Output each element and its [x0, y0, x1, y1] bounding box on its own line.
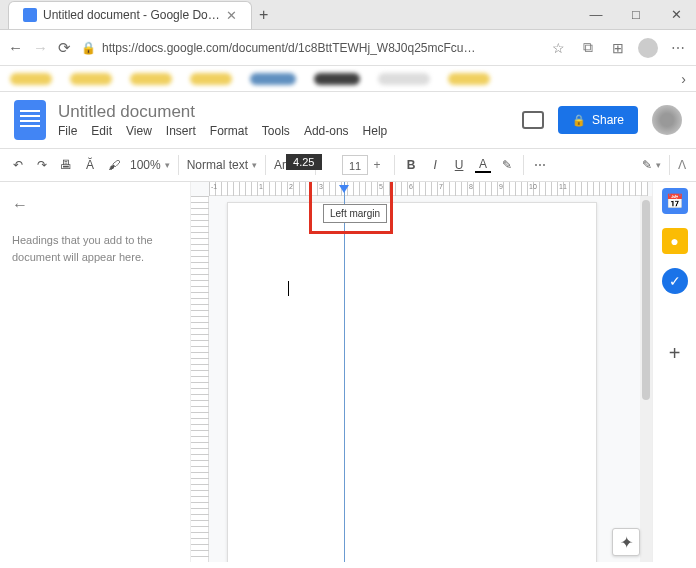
menu-view[interactable]: View [126, 124, 152, 138]
collections-icon[interactable]: ⊞ [608, 40, 628, 56]
spellcheck-button[interactable]: Ă [82, 158, 98, 172]
vertical-scrollbar[interactable] [640, 196, 652, 562]
outline-panel: ← Headings that you add to the document … [0, 182, 190, 562]
margin-guide-line [344, 182, 345, 562]
docs-logo-icon[interactable] [14, 100, 46, 140]
lock-icon: 🔒 [81, 41, 96, 55]
side-panel: 📅 ● ✓ + [652, 182, 696, 562]
bookmarks-bar: › [0, 66, 696, 92]
window-controls: — □ ✕ [576, 7, 696, 22]
increase-font-button[interactable]: + [368, 158, 386, 172]
docs-favicon [23, 8, 37, 22]
outline-placeholder: Headings that you add to the document wi… [12, 232, 178, 265]
print-button[interactable]: 🖶 [58, 158, 74, 172]
explore-button[interactable]: ✦ [612, 528, 640, 556]
docs-header: Untitled document File Edit View Insert … [0, 92, 696, 148]
italic-button[interactable]: I [427, 158, 443, 172]
url-text: https://docs.google.com/document/d/1c8Bt… [102, 41, 476, 55]
bookmark-item[interactable] [378, 73, 430, 85]
bookmark-item[interactable] [190, 73, 232, 85]
calendar-icon[interactable]: 📅 [662, 188, 688, 214]
back-button[interactable]: ← [8, 39, 23, 56]
minimize-button[interactable]: — [576, 7, 616, 22]
maximize-button[interactable]: □ [616, 7, 656, 22]
menu-insert[interactable]: Insert [166, 124, 196, 138]
left-margin-marker[interactable] [339, 185, 349, 193]
bookmark-item[interactable] [250, 73, 296, 85]
editing-mode-dropdown[interactable] [642, 158, 661, 172]
document-canvas[interactable]: -1 1 2 3 5 6 7 8 9 10 11 Left margin [190, 182, 652, 562]
text-cursor [288, 281, 289, 296]
refresh-button[interactable]: ⟳ [58, 39, 71, 57]
menu-edit[interactable]: Edit [91, 124, 112, 138]
paragraph-style-dropdown[interactable]: Normal text [187, 158, 257, 172]
formatting-toolbar: ↶ ↷ 🖶 Ă 🖌 100% Normal text Arial 4.25 − … [0, 148, 696, 182]
bookmark-item[interactable] [70, 73, 112, 85]
reading-list-icon[interactable]: ⧉ [578, 39, 598, 56]
keep-icon[interactable]: ● [662, 228, 688, 254]
bookmark-item[interactable] [10, 73, 52, 85]
tab-title: Untitled document - Google Do… [43, 8, 220, 22]
browser-menu-icon[interactable]: ⋯ [668, 40, 688, 56]
font-size-input[interactable]: 11 [342, 155, 368, 175]
new-tab-button[interactable]: + [252, 6, 276, 24]
undo-button[interactable]: ↶ [10, 158, 26, 172]
menu-help[interactable]: Help [363, 124, 388, 138]
underline-button[interactable]: U [451, 158, 467, 172]
url-field[interactable]: 🔒 https://docs.google.com/document/d/1c8… [81, 41, 538, 55]
workspace: ← Headings that you add to the document … [0, 182, 696, 562]
bookmark-item[interactable] [130, 73, 172, 85]
forward-button[interactable]: → [33, 39, 48, 56]
bold-button[interactable]: B [403, 158, 419, 172]
window-titlebar: Untitled document - Google Do… ✕ + — □ ✕ [0, 0, 696, 30]
document-page[interactable] [227, 202, 597, 562]
close-window-button[interactable]: ✕ [656, 7, 696, 22]
menu-addons[interactable]: Add-ons [304, 124, 349, 138]
horizontal-ruler[interactable]: -1 1 2 3 5 6 7 8 9 10 11 [209, 182, 648, 196]
menu-bar: File Edit View Insert Format Tools Add-o… [58, 124, 387, 138]
close-tab-icon[interactable]: ✕ [226, 8, 237, 23]
bookmark-item[interactable] [314, 73, 360, 85]
menu-format[interactable]: Format [210, 124, 248, 138]
highlight-button[interactable]: ✎ [499, 158, 515, 172]
tasks-icon[interactable]: ✓ [662, 268, 688, 294]
redo-button[interactable]: ↷ [34, 158, 50, 172]
bookmarks-overflow[interactable]: › [681, 71, 686, 87]
more-tools-button[interactable]: ⋯ [532, 158, 548, 172]
menu-tools[interactable]: Tools [262, 124, 290, 138]
paint-format-button[interactable]: 🖌 [106, 158, 122, 172]
browser-tab[interactable]: Untitled document - Google Do… ✕ [8, 1, 252, 29]
document-title[interactable]: Untitled document [58, 102, 387, 122]
account-avatar[interactable] [652, 105, 682, 135]
share-button[interactable]: Share [558, 106, 638, 134]
margin-tooltip: Left margin [323, 204, 387, 223]
collapse-toolbar-button[interactable]: ᐱ [678, 158, 686, 172]
menu-file[interactable]: File [58, 124, 77, 138]
address-bar: ← → ⟳ 🔒 https://docs.google.com/document… [0, 30, 696, 66]
outline-close-icon[interactable]: ← [12, 196, 178, 214]
vertical-ruler[interactable] [191, 196, 209, 562]
text-color-button[interactable]: A [475, 157, 491, 173]
zoom-dropdown[interactable]: 100% [130, 158, 170, 172]
profile-avatar[interactable] [638, 38, 658, 58]
scrollbar-thumb[interactable] [642, 200, 650, 400]
margin-value-tooltip: 4.25 [286, 154, 321, 170]
favorite-icon[interactable]: ☆ [548, 40, 568, 56]
bookmark-item[interactable] [448, 73, 490, 85]
comments-icon[interactable] [522, 111, 544, 129]
add-addon-button[interactable]: + [669, 342, 681, 365]
